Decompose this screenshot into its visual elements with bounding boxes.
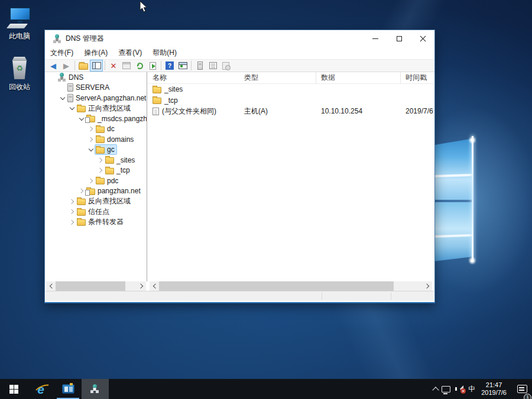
chevron-collapsed-icon[interactable] (96, 155, 105, 165)
refresh-icon (137, 63, 143, 69)
maximize-button[interactable] (387, 30, 411, 47)
tree-item-label: 反向查找区域 (88, 196, 131, 206)
menu-item-view[interactable]: 查看(V) (113, 46, 147, 60)
chevron-collapsed-icon[interactable] (87, 176, 95, 186)
tree-item-servera[interactable]: SERVERA (46, 83, 147, 93)
server-manager-icon (62, 384, 74, 394)
scrollbar-thumb[interactable] (159, 281, 394, 291)
chevron-collapsed-icon[interactable] (68, 217, 76, 227)
taskbar-app-dns-manager[interactable] (82, 379, 109, 399)
tray-show-hidden-icons-button[interactable] (433, 379, 438, 399)
tree-item-label: _msdcs.pangzhan.n (98, 115, 147, 123)
tree-item-label: pdc (107, 177, 118, 185)
tree-item-body: _sites (105, 155, 137, 165)
dnsroot-icon (58, 73, 66, 82)
chevron-collapsed-icon[interactable] (87, 124, 95, 134)
tree-item-label: SERVERA (76, 83, 109, 92)
start-button[interactable] (0, 379, 27, 399)
up-folder-button[interactable] (77, 60, 90, 72)
zone-icon (86, 189, 95, 195)
chevron-expanded-icon[interactable] (77, 113, 86, 124)
tree-item-pdc[interactable]: pdc (46, 176, 147, 186)
list-horizontal-scrollbar[interactable] (150, 281, 432, 291)
tree-item-body: _msdcs.pangzhan.n (86, 114, 147, 124)
window-title: DNS 管理器 (66, 34, 104, 44)
tree-item-sites[interactable]: _sites (46, 155, 147, 166)
tree-item-label: DNS (69, 73, 83, 82)
tree-item-dc[interactable]: dc (46, 124, 147, 135)
chevron-expanded-icon[interactable] (68, 103, 76, 113)
desktop-icon-this-pc[interactable]: 此电脑 (2, 7, 37, 41)
tree-item-reverse-lookup-zones[interactable]: 反向查找区域 (46, 196, 147, 207)
menu-item-help[interactable]: 帮助(H) (147, 46, 182, 60)
chevron-collapsed-icon[interactable] (87, 134, 95, 144)
tree-item-conditional-forwarders[interactable]: 条件转发器 (46, 217, 147, 228)
tray-input-indicator[interactable]: 中 (468, 379, 475, 399)
scroll-right-arrow[interactable] (137, 281, 146, 291)
tree-item-tcp[interactable]: _tcp (46, 166, 147, 176)
chevron-expanded-icon[interactable] (59, 93, 67, 103)
delete-button[interactable]: ✕ (107, 60, 120, 72)
menu-item-file[interactable]: 文件(F) (45, 46, 79, 60)
tree-item-body: ServerA.pangzhan.net (67, 93, 147, 103)
tree-item-body: SERVERA (67, 83, 111, 92)
scroll-left-arrow[interactable] (46, 281, 56, 291)
record-icon (153, 108, 159, 115)
tree-item-domains[interactable]: domains (46, 134, 147, 145)
taskbar-app-server-manager[interactable] (54, 379, 82, 399)
column-header-0[interactable]: 名称 (148, 72, 239, 83)
chevron-collapsed-icon[interactable] (96, 166, 105, 176)
tree-item-trust-points[interactable]: 信任点 (46, 207, 147, 218)
scavenging-button[interactable] (219, 60, 232, 72)
tree-item-label: _sites (116, 156, 135, 164)
chevron-expanded-icon[interactable] (87, 145, 95, 155)
chevron-collapsed-icon[interactable] (77, 186, 86, 196)
record-list-button[interactable] (206, 60, 219, 72)
column-header-1[interactable]: 类型 (239, 72, 316, 83)
tree-item-dns-root[interactable]: DNS (46, 72, 147, 83)
back-button[interactable]: ◀ (47, 60, 60, 72)
console-window-button[interactable] (176, 60, 189, 72)
server-icon (67, 94, 73, 102)
close-icon (420, 35, 426, 42)
scroll-right-arrow[interactable] (423, 281, 432, 291)
column-header-3[interactable]: 时间戳 (401, 72, 434, 83)
forward-button[interactable]: ▶ (60, 60, 73, 72)
tree-item-msdcs-pangzhan[interactable]: _msdcs.pangzhan.n (46, 113, 147, 124)
tree-item-gc[interactable]: gc (46, 145, 147, 155)
folder-icon (105, 168, 114, 174)
help-button[interactable]: ? (163, 60, 176, 72)
table-row[interactable]: _sites (148, 84, 434, 95)
chevron-collapsed-icon[interactable] (68, 207, 76, 217)
scroll-left-arrow[interactable] (150, 281, 159, 291)
taskbar-app-internet-explorer[interactable]: e (27, 379, 54, 399)
menu-item-action[interactable]: 操作(A) (79, 46, 113, 60)
tray-clock[interactable]: 21:47 2019/7/6 (479, 379, 509, 399)
tree-item-body: pdc (95, 176, 120, 186)
close-button[interactable] (411, 30, 434, 47)
tree-item-servera-pangzhan-net[interactable]: ServerA.pangzhan.net (46, 93, 147, 103)
export-list-button[interactable] (146, 60, 159, 72)
tray-network-button[interactable] (442, 379, 452, 399)
scrollbar-thumb[interactable] (56, 281, 125, 291)
chevron-collapsed-icon[interactable] (68, 196, 76, 206)
refresh-button[interactable] (133, 60, 146, 72)
table-row[interactable]: (与父文件夹相同)主机(A)10.10.10.2542019/7/6 (148, 106, 434, 117)
volume-muted-icon: ✕ (455, 385, 465, 393)
tray-volume-button[interactable]: ✕ (455, 379, 465, 399)
menu-bar: 文件(F)操作(A)查看(V)帮助(H) (45, 47, 434, 59)
desktop-icon-recycle-bin[interactable]: ♻ 回收站 (2, 57, 37, 92)
console-tree-button[interactable] (90, 60, 103, 72)
properties-button[interactable] (120, 60, 133, 72)
taskbar: e ✕ 中 21:47 2019/7/6 (0, 379, 532, 399)
title-bar[interactable]: DNS 管理器 (45, 30, 434, 47)
tree-horizontal-scrollbar[interactable] (46, 281, 146, 291)
tree-item-pangzhan-net[interactable]: pangzhan.net (46, 186, 147, 197)
minimize-button[interactable] (364, 30, 387, 47)
column-header-2[interactable]: 数据 (316, 72, 401, 83)
tray-notification-button[interactable]: 1 (517, 379, 527, 399)
server-button[interactable] (193, 60, 206, 72)
table-row[interactable]: _tcp (148, 95, 434, 106)
tree-item-forward-lookup-zones[interactable]: 正向查找区域 (46, 103, 147, 114)
minimize-icon (372, 38, 378, 39)
